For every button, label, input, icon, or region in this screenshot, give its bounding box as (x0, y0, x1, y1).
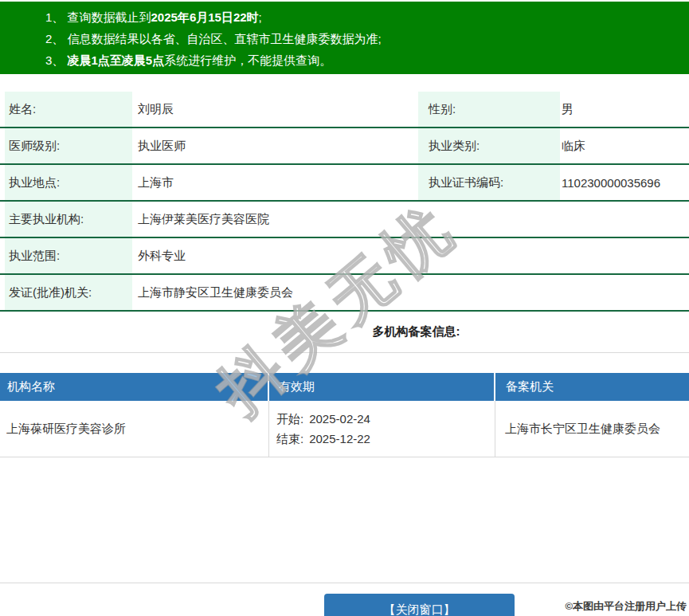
end-date: 2025-12-22 (309, 429, 370, 449)
close-window-button[interactable]: 【关闭窗口】 (324, 594, 515, 616)
name-value: 刘明辰 (138, 92, 174, 127)
notice-line-1: 1、 查询数据截止到2025年6月15日22时; (45, 6, 681, 28)
org-name-cell: 上海葆研医疗美容诊所 (0, 401, 269, 457)
section-title: 多机构备案信息: (373, 324, 460, 339)
category-label: 执业类别: (418, 128, 560, 163)
authority-name: 上海市长宁区卫生健康委员会 (505, 422, 687, 437)
notice-text: ; (259, 10, 262, 24)
query-result-page: 1、 查询数据截止到2025年6月15日22时; 2、 信息数据结果以各省、自治… (0, 0, 689, 616)
category-value: 临床 (562, 128, 585, 163)
location-value: 上海市 (138, 165, 174, 200)
table-row: 主要执业机构: 上海伊莱美医疗美容医院 (0, 202, 689, 238)
table-row: 执业范围: 外科专业 (0, 238, 689, 275)
notice-bold-text: 2025年6月15日22时 (151, 10, 259, 24)
location-label: 执业地点: (5, 165, 132, 200)
doctor-info-table: 姓名: 刘明辰 性别: 男 医师级别: 执业医师 执业类别: 临床 执业地点: … (0, 92, 689, 312)
notice-banner: 1、 查询数据截止到2025年6月15日22时; 2、 信息数据结果以各省、自治… (0, 2, 689, 74)
multi-org-section-heading: 多机构备案信息: (0, 312, 689, 353)
copyright-watermark: ©本图由平台注册用户上传 (565, 599, 687, 614)
notice-text: 系统进行维护，不能提供查询。 (164, 53, 331, 67)
column-header-validity: 有效期 (269, 373, 495, 401)
level-value: 执业医师 (138, 128, 186, 163)
column-header-org: 机构名称 (0, 373, 269, 401)
validity-start: 开始:2025-02-24 (276, 409, 495, 429)
multi-org-table: 机构名称 有效期 备案机关 上海葆研医疗美容诊所 开始:2025-02-24 结… (0, 373, 689, 457)
name-label: 姓名: (5, 92, 132, 127)
table-row: 医师级别: 执业医师 执业类别: 临床 (0, 128, 689, 165)
start-date: 2025-02-24 (309, 409, 370, 429)
issuer-label: 发证(批准)机关: (5, 275, 132, 310)
end-label: 结束: (276, 429, 303, 449)
cert-no-label: 执业证书编码: (418, 165, 560, 200)
table-row: 发证(批准)机关: 上海市静安区卫生健康委员会 (0, 275, 689, 312)
notice-text: 2、 信息数据结果以各省、自治区、直辖市卫生健康委数据为准; (45, 32, 382, 45)
validity-cell: 开始:2025-02-24 结束:2025-12-22 (269, 401, 495, 457)
scope-value: 外科专业 (138, 238, 186, 273)
notice-bold-text: 凌晨1点至凌晨5点 (68, 53, 165, 67)
scope-label: 执业范围: (5, 238, 132, 273)
notice-line-2: 2、 信息数据结果以各省、自治区、直辖市卫生健康委数据为准; (45, 28, 681, 49)
level-label: 医师级别: (5, 128, 132, 163)
table-row: 姓名: 刘明辰 性别: 男 (0, 92, 689, 128)
start-label: 开始: (276, 409, 303, 429)
cert-no-value: 110230000035696 (562, 165, 660, 200)
table-row: 上海葆研医疗美容诊所 开始:2025-02-24 结束:2025-12-22 上… (0, 401, 689, 457)
validity-end: 结束:2025-12-22 (276, 429, 495, 449)
issuer-value: 上海市静安区卫生健康委员会 (138, 275, 293, 310)
gender-value: 男 (562, 92, 574, 127)
gender-label: 性别: (418, 92, 560, 127)
main-org-value: 上海伊莱美医疗美容医院 (138, 202, 269, 237)
notice-line-3: 3、 凌晨1点至凌晨5点系统进行维护，不能提供查询。 (45, 49, 681, 71)
table-row: 执业地点: 上海市 执业证书编码: 110230000035696 (0, 165, 689, 202)
footer-divider (0, 583, 689, 583)
column-header-authority: 备案机关 (495, 373, 687, 401)
org-name: 上海葆研医疗美容诊所 (6, 422, 268, 437)
table-header-row: 机构名称 有效期 备案机关 (0, 373, 689, 401)
notice-text: 1、 查询数据截止到 (45, 10, 151, 24)
main-org-label: 主要执业机构: (5, 202, 132, 237)
notice-text: 3、 (45, 53, 68, 67)
authority-cell: 上海市长宁区卫生健康委员会 (495, 401, 687, 457)
